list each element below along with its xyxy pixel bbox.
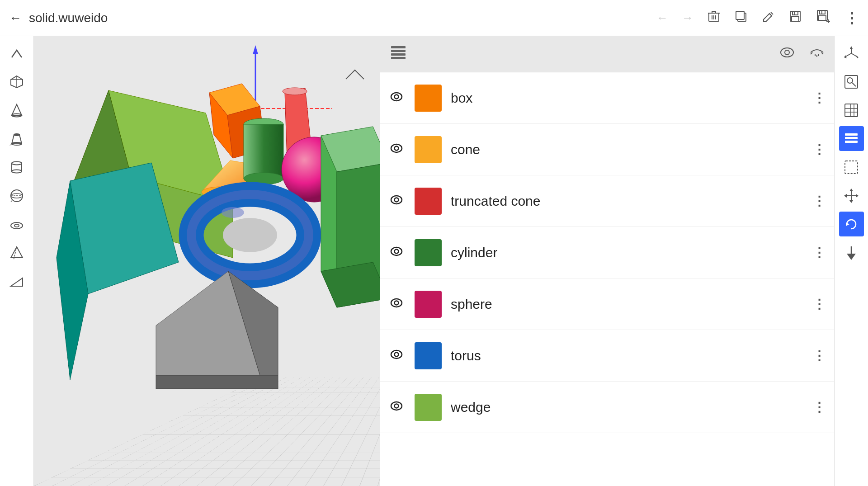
svg-point-88 (391, 93, 402, 101)
nav-forward-button[interactable]: → (682, 11, 693, 25)
tool-3d-axes[interactable] (839, 41, 864, 66)
layer-item-cylinder[interactable]: cylinder ⋮ (380, 227, 834, 278)
tool-cube[interactable] (5, 69, 29, 94)
layer-eye-wedge[interactable] (389, 399, 406, 416)
svg-marker-126 (846, 222, 849, 226)
tool-rotate[interactable] (839, 212, 864, 236)
more-button[interactable]: ⋮ (844, 9, 859, 27)
layer-name-truncated-cone: truncated cone (451, 193, 804, 209)
svg-point-69 (222, 207, 244, 218)
svg-point-94 (391, 247, 402, 255)
layer-menu-truncated-cone[interactable]: ⋮ (813, 193, 825, 208)
layer-item-torus[interactable]: torus ⋮ (380, 330, 834, 382)
layer-eye-truncated-cone[interactable] (389, 193, 406, 210)
tool-cylinder[interactable] (5, 155, 29, 179)
tool-sphere[interactable] (5, 183, 29, 208)
tool-search-view[interactable] (839, 69, 864, 94)
svg-marker-124 (844, 194, 847, 198)
svg-point-63 (283, 88, 307, 95)
svg-point-40 (11, 222, 23, 229)
layer-menu-cone[interactable]: ⋮ (813, 142, 825, 157)
svg-marker-44 (11, 278, 23, 286)
tool-wedge[interactable] (5, 269, 29, 293)
tool-select[interactable] (839, 155, 864, 179)
svg-point-81 (781, 48, 793, 57)
nav-back-button[interactable]: ← (656, 11, 668, 25)
layer-eye-cone[interactable] (389, 141, 406, 158)
svg-marker-42 (11, 247, 23, 258)
svg-point-98 (391, 350, 402, 359)
layer-list: box ⋮ cone ⋮ truncated c (380, 72, 834, 433)
svg-point-100 (391, 402, 402, 410)
layer-name-sphere: sphere (451, 297, 804, 312)
layer-name-wedge: wedge (451, 400, 804, 415)
panel-eye-close-button[interactable] (809, 44, 825, 64)
svg-rect-118 (845, 141, 858, 143)
right-toolbar (834, 36, 868, 486)
tool-torus[interactable] (5, 212, 29, 236)
duplicate-button[interactable] (734, 9, 748, 26)
svg-rect-60 (244, 124, 283, 179)
panel-header (380, 36, 834, 72)
svg-line-110 (852, 83, 856, 86)
back-button[interactable]: ← (9, 11, 22, 25)
tool-grid[interactable] (839, 98, 864, 123)
tool-chevron-up[interactable] (5, 41, 29, 66)
layer-menu-cylinder[interactable]: ⋮ (813, 245, 825, 260)
layer-menu-wedge[interactable]: ⋮ (813, 400, 825, 415)
layer-eye-sphere[interactable] (389, 296, 406, 313)
tool-pyramid[interactable] (5, 240, 29, 265)
layer-menu-box[interactable]: ⋮ (813, 90, 825, 105)
layer-color-wedge (415, 394, 442, 421)
layer-item-wedge[interactable]: wedge ⋮ (380, 382, 834, 433)
svg-marker-47 (253, 45, 258, 54)
svg-marker-105 (850, 46, 853, 49)
layer-item-cone[interactable]: cone ⋮ (380, 124, 834, 175)
layer-menu-sphere[interactable]: ⋮ (813, 297, 825, 311)
layer-eye-torus[interactable] (389, 347, 406, 364)
delete-button[interactable] (707, 9, 721, 26)
svg-rect-111 (845, 104, 858, 117)
layer-name-torus: torus (451, 348, 804, 363)
tool-arrow-down[interactable] (839, 240, 864, 265)
edit-button[interactable] (761, 9, 775, 26)
header: ← solid.wuweido ← → (0, 0, 868, 36)
svg-rect-9 (736, 11, 744, 19)
tool-truncated-cone[interactable] (5, 126, 29, 151)
layer-menu-torus[interactable]: ⋮ (813, 348, 825, 363)
svg-line-10 (769, 14, 772, 16)
right-panel: box ⋮ cone ⋮ truncated c (380, 36, 834, 486)
tool-layers-active[interactable] (839, 126, 864, 151)
save-button[interactable] (788, 9, 802, 26)
svg-point-82 (785, 50, 789, 55)
layer-name-box: box (451, 90, 804, 106)
svg-rect-80 (391, 57, 406, 59)
tool-cone[interactable] (5, 98, 29, 123)
svg-line-39 (10, 201, 12, 203)
svg-rect-14 (792, 17, 799, 21)
panel-eye-button[interactable] (779, 44, 795, 64)
svg-point-92 (391, 196, 402, 204)
svg-point-91 (395, 146, 399, 150)
svg-marker-107 (844, 55, 847, 58)
save-plus-button[interactable] (816, 9, 831, 27)
layer-item-box[interactable]: box ⋮ (380, 72, 834, 124)
svg-point-89 (395, 94, 399, 99)
layer-item-truncated-cone[interactable]: truncated cone ⋮ (380, 175, 834, 227)
layer-name-cone: cone (451, 142, 804, 157)
layer-name-cylinder: cylinder (451, 245, 804, 260)
layer-color-truncated-cone (415, 188, 442, 215)
layer-item-sphere[interactable]: sphere ⋮ (380, 278, 834, 330)
tool-move[interactable] (839, 183, 864, 208)
file-title: solid.wuweido (29, 11, 108, 25)
layer-color-box (415, 85, 442, 112)
svg-rect-119 (845, 161, 858, 174)
layer-eye-cylinder[interactable] (389, 244, 406, 261)
svg-rect-79 (391, 53, 406, 56)
svg-point-41 (14, 224, 19, 227)
panel-list-icon (389, 43, 407, 65)
layer-eye-box[interactable] (389, 90, 406, 107)
svg-marker-122 (849, 189, 853, 191)
svg-point-32 (12, 170, 22, 173)
svg-point-99 (395, 352, 399, 356)
